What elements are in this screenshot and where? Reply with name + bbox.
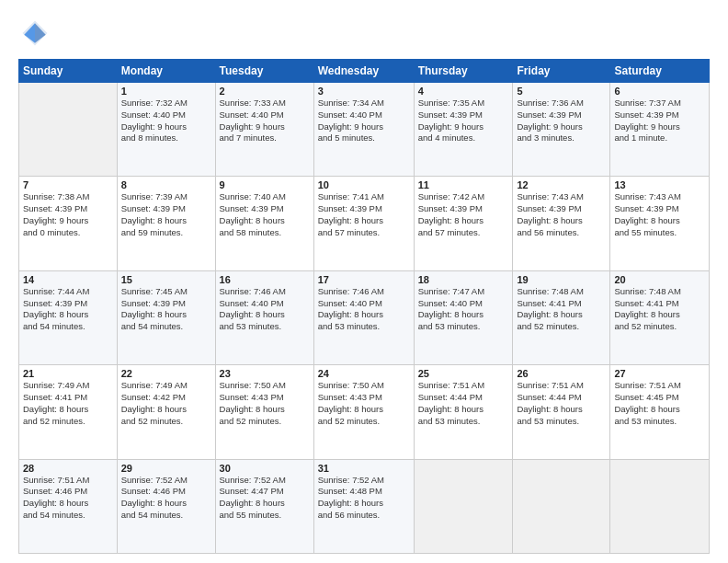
day-number: 6 <box>614 86 705 97</box>
day-number: 3 <box>318 86 410 97</box>
day-cell: 31Sunrise: 7:52 AM Sunset: 4:48 PM Dayli… <box>313 459 414 553</box>
week-row-4: 21Sunrise: 7:49 AM Sunset: 4:41 PM Dayli… <box>19 365 710 459</box>
logo-icon <box>18 17 51 50</box>
day-info: Sunrise: 7:35 AM Sunset: 4:39 PM Dayligh… <box>418 98 509 144</box>
day-info: Sunrise: 7:34 AM Sunset: 4:40 PM Dayligh… <box>318 98 410 144</box>
day-number: 10 <box>318 179 410 190</box>
day-info: Sunrise: 7:33 AM Sunset: 4:40 PM Dayligh… <box>220 98 310 144</box>
week-row-1: 1Sunrise: 7:32 AM Sunset: 4:40 PM Daylig… <box>19 83 710 177</box>
day-number: 13 <box>614 179 705 190</box>
day-cell: 11Sunrise: 7:42 AM Sunset: 4:39 PM Dayli… <box>414 177 513 270</box>
day-number: 24 <box>318 368 410 379</box>
day-number: 16 <box>220 274 310 285</box>
day-cell: 10Sunrise: 7:41 AM Sunset: 4:39 PM Dayli… <box>313 177 414 270</box>
day-info: Sunrise: 7:43 AM Sunset: 4:39 PM Dayligh… <box>517 191 606 238</box>
day-cell <box>414 459 513 553</box>
day-cell: 26Sunrise: 7:51 AM Sunset: 4:44 PM Dayli… <box>513 365 610 459</box>
day-info: Sunrise: 7:52 AM Sunset: 4:47 PM Dayligh… <box>220 475 310 522</box>
day-info: Sunrise: 7:42 AM Sunset: 4:39 PM Dayligh… <box>418 191 509 238</box>
day-header-tuesday: Tuesday <box>215 60 313 83</box>
day-number: 15 <box>121 274 211 285</box>
day-number: 21 <box>23 368 113 379</box>
day-number: 23 <box>220 368 310 379</box>
day-number: 18 <box>418 274 509 285</box>
day-info: Sunrise: 7:51 AM Sunset: 4:44 PM Dayligh… <box>418 380 509 427</box>
day-info: Sunrise: 7:44 AM Sunset: 4:39 PM Dayligh… <box>23 286 113 333</box>
day-info: Sunrise: 7:51 AM Sunset: 4:45 PM Dayligh… <box>614 380 705 427</box>
day-info: Sunrise: 7:46 AM Sunset: 4:40 PM Dayligh… <box>220 286 310 333</box>
day-cell <box>19 83 118 177</box>
header <box>18 17 710 50</box>
day-info: Sunrise: 7:38 AM Sunset: 4:39 PM Dayligh… <box>23 191 113 238</box>
day-info: Sunrise: 7:52 AM Sunset: 4:48 PM Dayligh… <box>318 475 410 522</box>
day-cell: 15Sunrise: 7:45 AM Sunset: 4:39 PM Dayli… <box>117 270 215 364</box>
day-header-saturday: Saturday <box>610 60 710 83</box>
day-number: 28 <box>23 463 113 474</box>
day-cell: 8Sunrise: 7:39 AM Sunset: 4:39 PM Daylig… <box>117 177 215 270</box>
day-info: Sunrise: 7:43 AM Sunset: 4:39 PM Dayligh… <box>614 191 705 238</box>
day-cell: 12Sunrise: 7:43 AM Sunset: 4:39 PM Dayli… <box>513 177 610 270</box>
day-cell: 19Sunrise: 7:48 AM Sunset: 4:41 PM Dayli… <box>513 270 610 364</box>
day-info: Sunrise: 7:45 AM Sunset: 4:39 PM Dayligh… <box>121 286 211 333</box>
day-cell: 21Sunrise: 7:49 AM Sunset: 4:41 PM Dayli… <box>19 365 118 459</box>
day-number: 26 <box>517 368 606 379</box>
day-number: 5 <box>517 86 606 97</box>
day-header-sunday: Sunday <box>19 60 118 83</box>
day-number: 8 <box>121 179 211 190</box>
day-info: Sunrise: 7:37 AM Sunset: 4:39 PM Dayligh… <box>614 98 705 144</box>
day-number: 27 <box>614 368 705 379</box>
day-number: 1 <box>121 86 211 97</box>
day-cell: 3Sunrise: 7:34 AM Sunset: 4:40 PM Daylig… <box>313 83 414 177</box>
day-cell: 7Sunrise: 7:38 AM Sunset: 4:39 PM Daylig… <box>19 177 118 270</box>
day-info: Sunrise: 7:51 AM Sunset: 4:44 PM Dayligh… <box>517 380 606 427</box>
page: SundayMondayTuesdayWednesdayThursdayFrid… <box>0 0 728 563</box>
day-info: Sunrise: 7:47 AM Sunset: 4:40 PM Dayligh… <box>418 286 509 333</box>
day-number: 25 <box>418 368 509 379</box>
day-info: Sunrise: 7:36 AM Sunset: 4:39 PM Dayligh… <box>517 98 606 144</box>
day-number: 20 <box>614 274 705 285</box>
day-cell: 22Sunrise: 7:49 AM Sunset: 4:42 PM Dayli… <box>117 365 215 459</box>
day-number: 22 <box>121 368 211 379</box>
day-cell: 2Sunrise: 7:33 AM Sunset: 4:40 PM Daylig… <box>215 83 313 177</box>
day-cell: 9Sunrise: 7:40 AM Sunset: 4:39 PM Daylig… <box>215 177 313 270</box>
day-header-friday: Friday <box>513 60 610 83</box>
day-cell: 14Sunrise: 7:44 AM Sunset: 4:39 PM Dayli… <box>19 270 118 364</box>
day-cell: 27Sunrise: 7:51 AM Sunset: 4:45 PM Dayli… <box>610 365 710 459</box>
day-info: Sunrise: 7:49 AM Sunset: 4:41 PM Dayligh… <box>23 380 113 427</box>
calendar-header-row: SundayMondayTuesdayWednesdayThursdayFrid… <box>19 60 710 83</box>
day-number: 31 <box>318 463 410 474</box>
day-cell: 1Sunrise: 7:32 AM Sunset: 4:40 PM Daylig… <box>117 83 215 177</box>
week-row-2: 7Sunrise: 7:38 AM Sunset: 4:39 PM Daylig… <box>19 177 710 270</box>
day-cell: 25Sunrise: 7:51 AM Sunset: 4:44 PM Dayli… <box>414 365 513 459</box>
day-info: Sunrise: 7:50 AM Sunset: 4:43 PM Dayligh… <box>220 380 310 427</box>
day-info: Sunrise: 7:41 AM Sunset: 4:39 PM Dayligh… <box>318 191 410 238</box>
day-info: Sunrise: 7:40 AM Sunset: 4:39 PM Dayligh… <box>220 191 310 238</box>
day-number: 30 <box>220 463 310 474</box>
day-number: 4 <box>418 86 509 97</box>
week-row-5: 28Sunrise: 7:51 AM Sunset: 4:46 PM Dayli… <box>19 459 710 553</box>
day-info: Sunrise: 7:48 AM Sunset: 4:41 PM Dayligh… <box>614 286 705 333</box>
logo <box>18 17 55 50</box>
day-cell: 23Sunrise: 7:50 AM Sunset: 4:43 PM Dayli… <box>215 365 313 459</box>
day-number: 11 <box>418 179 509 190</box>
day-number: 12 <box>517 179 606 190</box>
day-header-wednesday: Wednesday <box>313 60 414 83</box>
day-header-monday: Monday <box>117 60 215 83</box>
day-cell: 24Sunrise: 7:50 AM Sunset: 4:43 PM Dayli… <box>313 365 414 459</box>
day-header-thursday: Thursday <box>414 60 513 83</box>
day-info: Sunrise: 7:49 AM Sunset: 4:42 PM Dayligh… <box>121 380 211 427</box>
day-cell: 16Sunrise: 7:46 AM Sunset: 4:40 PM Dayli… <box>215 270 313 364</box>
day-cell: 20Sunrise: 7:48 AM Sunset: 4:41 PM Dayli… <box>610 270 710 364</box>
day-number: 19 <box>517 274 606 285</box>
day-cell: 4Sunrise: 7:35 AM Sunset: 4:39 PM Daylig… <box>414 83 513 177</box>
day-info: Sunrise: 7:51 AM Sunset: 4:46 PM Dayligh… <box>23 475 113 522</box>
day-info: Sunrise: 7:32 AM Sunset: 4:40 PM Dayligh… <box>121 98 211 144</box>
day-cell: 17Sunrise: 7:46 AM Sunset: 4:40 PM Dayli… <box>313 270 414 364</box>
day-number: 14 <box>23 274 113 285</box>
day-info: Sunrise: 7:39 AM Sunset: 4:39 PM Dayligh… <box>121 191 211 238</box>
day-cell: 29Sunrise: 7:52 AM Sunset: 4:46 PM Dayli… <box>117 459 215 553</box>
day-number: 9 <box>220 179 310 190</box>
day-cell: 30Sunrise: 7:52 AM Sunset: 4:47 PM Dayli… <box>215 459 313 553</box>
week-row-3: 14Sunrise: 7:44 AM Sunset: 4:39 PM Dayli… <box>19 270 710 364</box>
day-info: Sunrise: 7:50 AM Sunset: 4:43 PM Dayligh… <box>318 380 410 427</box>
